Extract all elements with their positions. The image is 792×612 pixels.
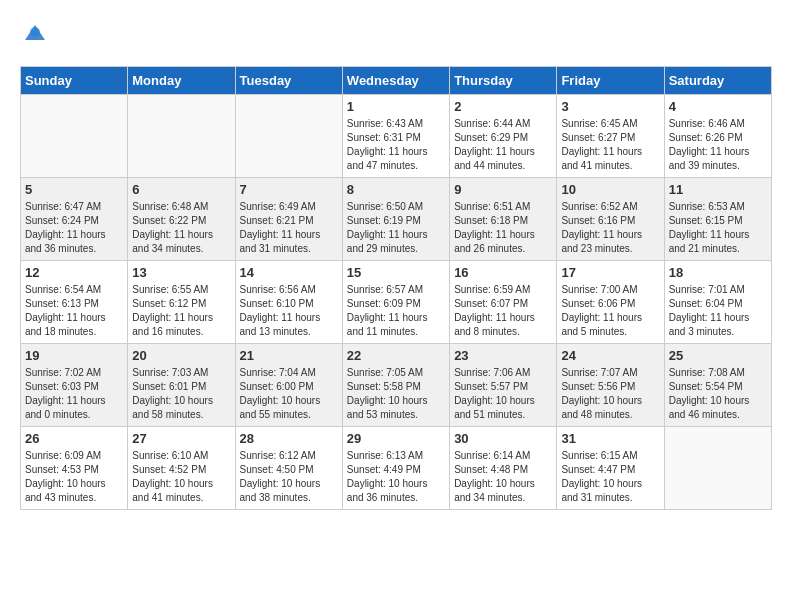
calendar-cell: 21Sunrise: 7:04 AM Sunset: 6:00 PM Dayli… — [235, 344, 342, 427]
day-info: Sunrise: 6:56 AM Sunset: 6:10 PM Dayligh… — [240, 283, 338, 339]
calendar-cell: 27Sunrise: 6:10 AM Sunset: 4:52 PM Dayli… — [128, 427, 235, 510]
calendar-cell: 17Sunrise: 7:00 AM Sunset: 6:06 PM Dayli… — [557, 261, 664, 344]
calendar-cell: 28Sunrise: 6:12 AM Sunset: 4:50 PM Dayli… — [235, 427, 342, 510]
day-info: Sunrise: 6:10 AM Sunset: 4:52 PM Dayligh… — [132, 449, 230, 505]
day-number: 22 — [347, 348, 445, 363]
calendar-cell: 14Sunrise: 6:56 AM Sunset: 6:10 PM Dayli… — [235, 261, 342, 344]
day-number: 2 — [454, 99, 552, 114]
page-header — [20, 20, 772, 50]
day-number: 13 — [132, 265, 230, 280]
day-info: Sunrise: 6:57 AM Sunset: 6:09 PM Dayligh… — [347, 283, 445, 339]
day-number: 6 — [132, 182, 230, 197]
day-number: 28 — [240, 431, 338, 446]
calendar-cell: 24Sunrise: 7:07 AM Sunset: 5:56 PM Dayli… — [557, 344, 664, 427]
day-number: 31 — [561, 431, 659, 446]
calendar-cell: 6Sunrise: 6:48 AM Sunset: 6:22 PM Daylig… — [128, 178, 235, 261]
day-number: 14 — [240, 265, 338, 280]
calendar-cell: 16Sunrise: 6:59 AM Sunset: 6:07 PM Dayli… — [450, 261, 557, 344]
calendar-cell: 11Sunrise: 6:53 AM Sunset: 6:15 PM Dayli… — [664, 178, 771, 261]
calendar-cell: 10Sunrise: 6:52 AM Sunset: 6:16 PM Dayli… — [557, 178, 664, 261]
calendar-cell — [235, 95, 342, 178]
logo-icon — [20, 20, 50, 50]
logo — [20, 20, 52, 50]
day-number: 4 — [669, 99, 767, 114]
day-number: 10 — [561, 182, 659, 197]
day-number: 7 — [240, 182, 338, 197]
calendar-cell — [664, 427, 771, 510]
day-info: Sunrise: 6:52 AM Sunset: 6:16 PM Dayligh… — [561, 200, 659, 256]
calendar-week-row: 12Sunrise: 6:54 AM Sunset: 6:13 PM Dayli… — [21, 261, 772, 344]
calendar-cell: 26Sunrise: 6:09 AM Sunset: 4:53 PM Dayli… — [21, 427, 128, 510]
day-info: Sunrise: 7:08 AM Sunset: 5:54 PM Dayligh… — [669, 366, 767, 422]
day-info: Sunrise: 7:02 AM Sunset: 6:03 PM Dayligh… — [25, 366, 123, 422]
calendar-cell — [21, 95, 128, 178]
day-number: 8 — [347, 182, 445, 197]
day-info: Sunrise: 6:14 AM Sunset: 4:48 PM Dayligh… — [454, 449, 552, 505]
weekday-header-monday: Monday — [128, 67, 235, 95]
calendar-cell: 30Sunrise: 6:14 AM Sunset: 4:48 PM Dayli… — [450, 427, 557, 510]
day-number: 5 — [25, 182, 123, 197]
weekday-header-wednesday: Wednesday — [342, 67, 449, 95]
day-number: 19 — [25, 348, 123, 363]
day-number: 1 — [347, 99, 445, 114]
day-info: Sunrise: 6:44 AM Sunset: 6:29 PM Dayligh… — [454, 117, 552, 173]
day-info: Sunrise: 7:01 AM Sunset: 6:04 PM Dayligh… — [669, 283, 767, 339]
weekday-header-row: SundayMondayTuesdayWednesdayThursdayFrid… — [21, 67, 772, 95]
calendar-cell: 13Sunrise: 6:55 AM Sunset: 6:12 PM Dayli… — [128, 261, 235, 344]
day-number: 15 — [347, 265, 445, 280]
weekday-header-friday: Friday — [557, 67, 664, 95]
calendar-cell: 1Sunrise: 6:43 AM Sunset: 6:31 PM Daylig… — [342, 95, 449, 178]
day-info: Sunrise: 7:05 AM Sunset: 5:58 PM Dayligh… — [347, 366, 445, 422]
day-number: 24 — [561, 348, 659, 363]
svg-point-1 — [30, 27, 40, 37]
calendar-cell: 19Sunrise: 7:02 AM Sunset: 6:03 PM Dayli… — [21, 344, 128, 427]
day-number: 3 — [561, 99, 659, 114]
day-number: 12 — [25, 265, 123, 280]
calendar-week-row: 1Sunrise: 6:43 AM Sunset: 6:31 PM Daylig… — [21, 95, 772, 178]
calendar-cell: 22Sunrise: 7:05 AM Sunset: 5:58 PM Dayli… — [342, 344, 449, 427]
weekday-header-tuesday: Tuesday — [235, 67, 342, 95]
day-number: 21 — [240, 348, 338, 363]
calendar-week-row: 26Sunrise: 6:09 AM Sunset: 4:53 PM Dayli… — [21, 427, 772, 510]
day-info: Sunrise: 6:45 AM Sunset: 6:27 PM Dayligh… — [561, 117, 659, 173]
day-number: 9 — [454, 182, 552, 197]
calendar-cell: 18Sunrise: 7:01 AM Sunset: 6:04 PM Dayli… — [664, 261, 771, 344]
day-info: Sunrise: 6:47 AM Sunset: 6:24 PM Dayligh… — [25, 200, 123, 256]
calendar-week-row: 19Sunrise: 7:02 AM Sunset: 6:03 PM Dayli… — [21, 344, 772, 427]
day-number: 20 — [132, 348, 230, 363]
day-number: 23 — [454, 348, 552, 363]
day-number: 27 — [132, 431, 230, 446]
calendar-cell: 29Sunrise: 6:13 AM Sunset: 4:49 PM Dayli… — [342, 427, 449, 510]
calendar-cell: 7Sunrise: 6:49 AM Sunset: 6:21 PM Daylig… — [235, 178, 342, 261]
weekday-header-saturday: Saturday — [664, 67, 771, 95]
calendar-cell: 3Sunrise: 6:45 AM Sunset: 6:27 PM Daylig… — [557, 95, 664, 178]
calendar-cell: 5Sunrise: 6:47 AM Sunset: 6:24 PM Daylig… — [21, 178, 128, 261]
day-info: Sunrise: 6:48 AM Sunset: 6:22 PM Dayligh… — [132, 200, 230, 256]
calendar-cell: 23Sunrise: 7:06 AM Sunset: 5:57 PM Dayli… — [450, 344, 557, 427]
day-number: 16 — [454, 265, 552, 280]
calendar-cell: 31Sunrise: 6:15 AM Sunset: 4:47 PM Dayli… — [557, 427, 664, 510]
day-info: Sunrise: 7:00 AM Sunset: 6:06 PM Dayligh… — [561, 283, 659, 339]
day-number: 11 — [669, 182, 767, 197]
calendar-cell: 12Sunrise: 6:54 AM Sunset: 6:13 PM Dayli… — [21, 261, 128, 344]
calendar-table: SundayMondayTuesdayWednesdayThursdayFrid… — [20, 66, 772, 510]
day-info: Sunrise: 6:53 AM Sunset: 6:15 PM Dayligh… — [669, 200, 767, 256]
day-info: Sunrise: 6:55 AM Sunset: 6:12 PM Dayligh… — [132, 283, 230, 339]
day-info: Sunrise: 6:51 AM Sunset: 6:18 PM Dayligh… — [454, 200, 552, 256]
day-number: 29 — [347, 431, 445, 446]
weekday-header-sunday: Sunday — [21, 67, 128, 95]
day-info: Sunrise: 6:46 AM Sunset: 6:26 PM Dayligh… — [669, 117, 767, 173]
calendar-cell: 15Sunrise: 6:57 AM Sunset: 6:09 PM Dayli… — [342, 261, 449, 344]
day-info: Sunrise: 6:09 AM Sunset: 4:53 PM Dayligh… — [25, 449, 123, 505]
calendar-cell: 4Sunrise: 6:46 AM Sunset: 6:26 PM Daylig… — [664, 95, 771, 178]
day-info: Sunrise: 6:54 AM Sunset: 6:13 PM Dayligh… — [25, 283, 123, 339]
day-info: Sunrise: 7:07 AM Sunset: 5:56 PM Dayligh… — [561, 366, 659, 422]
day-info: Sunrise: 6:15 AM Sunset: 4:47 PM Dayligh… — [561, 449, 659, 505]
day-info: Sunrise: 7:04 AM Sunset: 6:00 PM Dayligh… — [240, 366, 338, 422]
calendar-cell: 9Sunrise: 6:51 AM Sunset: 6:18 PM Daylig… — [450, 178, 557, 261]
day-info: Sunrise: 6:59 AM Sunset: 6:07 PM Dayligh… — [454, 283, 552, 339]
day-info: Sunrise: 6:12 AM Sunset: 4:50 PM Dayligh… — [240, 449, 338, 505]
weekday-header-thursday: Thursday — [450, 67, 557, 95]
day-info: Sunrise: 7:03 AM Sunset: 6:01 PM Dayligh… — [132, 366, 230, 422]
calendar-cell — [128, 95, 235, 178]
